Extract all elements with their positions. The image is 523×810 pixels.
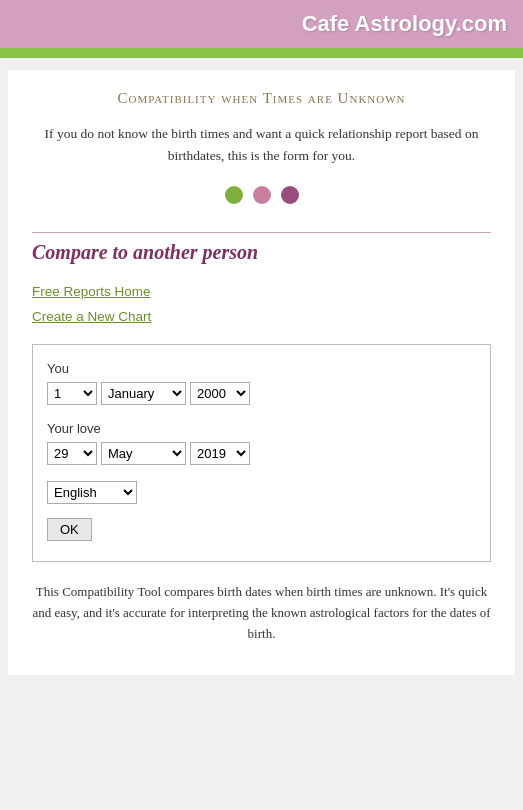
page-title: Compatibility when Times are Unknown (32, 90, 491, 107)
love-date-row: 1234 5678 9101112 13141516 17181920 2122… (47, 442, 476, 465)
love-year-select[interactable]: 201920182020 (190, 442, 250, 465)
intro-text: If you do not know the birth times and w… (32, 123, 491, 166)
language-select[interactable]: English French Spanish (47, 481, 137, 504)
accent-bar (0, 48, 523, 58)
you-date-row: 1234 5678 9101112 13141516 17181920 2122… (47, 382, 476, 405)
compare-heading: Compare to another person (32, 241, 491, 264)
you-month-select[interactable]: JanuaryFebruaryMarch AprilMayJune JulyAu… (101, 382, 186, 405)
decorative-dots (32, 186, 491, 204)
dot-purple (281, 186, 299, 204)
dot-pink (253, 186, 271, 204)
main-content: Compatibility when Times are Unknown If … (8, 70, 515, 675)
dot-green (225, 186, 243, 204)
your-love-label: Your love (47, 421, 476, 436)
create-new-chart-link[interactable]: Create a New Chart (32, 309, 491, 324)
you-label: You (47, 361, 476, 376)
ok-button[interactable]: OK (47, 518, 92, 541)
site-header: Cafe Astrology.com (0, 0, 523, 48)
love-day-select[interactable]: 1234 5678 9101112 13141516 17181920 2122… (47, 442, 97, 465)
bottom-text: This Compatibility Tool compares birth d… (32, 582, 491, 644)
site-title: Cafe Astrology.com (302, 11, 507, 37)
section-divider (32, 232, 491, 233)
free-reports-home-link[interactable]: Free Reports Home (32, 284, 491, 299)
love-month-select[interactable]: JanuaryFebruaryMarch AprilMayJune JulyAu… (101, 442, 186, 465)
you-day-select[interactable]: 1234 5678 9101112 13141516 17181920 2122… (47, 382, 97, 405)
you-year-select[interactable]: 2000200119991998 (190, 382, 250, 405)
compatibility-form: You 1234 5678 9101112 13141516 17181920 … (32, 344, 491, 562)
language-row: English French Spanish (47, 481, 476, 504)
